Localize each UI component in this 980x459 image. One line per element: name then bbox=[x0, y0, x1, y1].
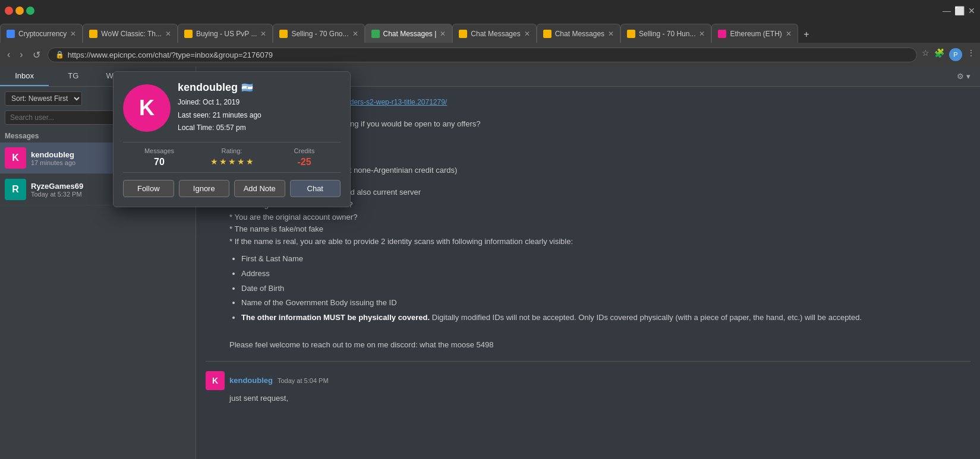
popup-user-info: kendoubleg 🇦🇷 Joined: Oct 1, 2019 Last s… bbox=[178, 81, 341, 135]
new-tab-button[interactable]: + bbox=[798, 26, 815, 43]
address-bar: ‹ › ↺ 🔒 https://www.epicnpc.com/chat/?ty… bbox=[0, 43, 980, 67]
popup-meta: Joined: Oct 1, 2019 Last seen: 21 minute… bbox=[178, 96, 341, 135]
title-bar-left bbox=[5, 7, 34, 15]
popup-joined-value: Oct 1, 2019 bbox=[203, 98, 240, 106]
chat-message-5-header: K kendoubleg Today at 5:04 PM bbox=[206, 371, 970, 390]
popup-local-time-label: Local Time: bbox=[178, 124, 214, 132]
profile-button[interactable]: P bbox=[949, 48, 962, 61]
tab-label-cryptocurrency: Cryptocurrency bbox=[18, 30, 67, 38]
tab-chat-messages-3[interactable]: Chat Messages ✕ bbox=[537, 24, 620, 43]
tab-label-chat-messages-active: Chat Messages | bbox=[383, 30, 437, 38]
tab-favicon-chat-messages-2 bbox=[459, 30, 467, 38]
list-item-name: First & Last Name bbox=[241, 253, 970, 265]
add-note-button[interactable]: Add Note bbox=[234, 180, 285, 197]
tab-selling-70-hun[interactable]: Selling - 70 Hun... ✕ bbox=[620, 24, 711, 43]
popup-star-2: ★ bbox=[219, 157, 227, 166]
tab-favicon-chat-messages-active bbox=[371, 30, 380, 38]
tab-favicon-chat-messages-3 bbox=[543, 30, 552, 38]
forward-button[interactable]: › bbox=[17, 48, 25, 61]
popup-last-seen-value: 21 minutes ago bbox=[213, 111, 261, 119]
follow-button[interactable]: Follow bbox=[123, 180, 174, 197]
restore-icon[interactable]: ⬜ bbox=[954, 6, 965, 15]
tab-cryptocurrency[interactable]: Cryptocurrency ✕ bbox=[0, 24, 83, 43]
tab-close-chat-messages-active[interactable]: ✕ bbox=[440, 30, 446, 38]
popup-stat-credits-value: -25 bbox=[273, 157, 336, 167]
sidebar-tab-tg[interactable]: TG bbox=[49, 67, 97, 86]
tabs-bar: Cryptocurrency ✕ WoW Classic: Th... ✕ Bu… bbox=[0, 21, 980, 43]
user-popup: K kendoubleg 🇦🇷 Joined: Oct 1, 2019 Last… bbox=[113, 71, 351, 207]
tab-chat-messages-active[interactable]: Chat Messages | ✕ bbox=[365, 24, 453, 43]
back-button[interactable]: ‹ bbox=[5, 48, 12, 61]
tab-chat-messages-2[interactable]: Chat Messages ✕ bbox=[452, 24, 536, 43]
tab-close-ethereum[interactable]: ✕ bbox=[786, 30, 792, 38]
popup-stat-messages-label: Messages bbox=[128, 147, 191, 154]
tab-wow-classic[interactable]: WoW Classic: Th... ✕ bbox=[83, 24, 178, 43]
popup-stats: Messages 70 Rating: ★ ★ ★ ★ ★ Credits -2… bbox=[123, 142, 341, 173]
avatar-kendoubleg: K bbox=[5, 147, 26, 169]
popup-joined-label: Joined: bbox=[178, 98, 201, 106]
tab-favicon-selling-70-gno bbox=[279, 30, 288, 38]
list-item-dob: Date of Birth bbox=[241, 283, 970, 295]
popup-stat-rating-label: Rating: bbox=[200, 147, 263, 154]
tab-close-chat-messages-3[interactable]: ✕ bbox=[608, 30, 614, 38]
popup-username-text: kendoubleg bbox=[178, 81, 238, 94]
tab-close-wow-classic[interactable]: ✕ bbox=[165, 30, 171, 38]
tab-favicon-buying-us bbox=[184, 30, 193, 38]
minimize-window-button[interactable] bbox=[15, 7, 24, 15]
tab-ethereum[interactable]: Ethereum (ETH) ✕ bbox=[711, 24, 798, 43]
popup-avatar: K bbox=[123, 84, 171, 132]
address-bar-right: ☆ 🧩 P ⋮ bbox=[922, 48, 975, 61]
popup-last-seen-label: Last seen: bbox=[178, 111, 210, 119]
sidebar-tab-inbox[interactable]: Inbox bbox=[0, 67, 49, 86]
settings-gear[interactable]: ⚙ ▾ bbox=[957, 72, 970, 81]
popup-rating-stars: ★ ★ ★ ★ ★ bbox=[200, 157, 263, 166]
sort-select[interactable]: Sort: Newest First Sort: Oldest First bbox=[5, 91, 82, 106]
chat-sender-5: kendoubleg bbox=[229, 376, 273, 385]
tab-close-selling-70-gno[interactable]: ✕ bbox=[352, 30, 358, 38]
tab-label-selling-70-gno: Selling - 70 Gno... bbox=[291, 30, 348, 38]
tab-close-cryptocurrency[interactable]: ✕ bbox=[70, 30, 76, 38]
popup-stat-messages-value: 70 bbox=[128, 157, 191, 167]
popup-local-time-value: 05:57 pm bbox=[216, 124, 246, 132]
tab-favicon-wow-classic bbox=[89, 30, 97, 38]
close-window-button[interactable] bbox=[5, 7, 13, 15]
tab-label-buying-us: Buying - US PvP ... bbox=[196, 30, 257, 38]
popup-username: kendoubleg 🇦🇷 bbox=[178, 81, 341, 94]
url-bar[interactable]: 🔒 https://www.epicnpc.com/chat/?type=inb… bbox=[48, 48, 917, 62]
ignore-button[interactable]: Ignore bbox=[179, 180, 230, 197]
title-bar: — ⬜ ✕ bbox=[0, 0, 980, 21]
close-icon[interactable]: ✕ bbox=[968, 6, 975, 15]
chat-text-5: just sent request, bbox=[229, 392, 970, 405]
tab-close-chat-messages-2[interactable]: ✕ bbox=[524, 30, 530, 38]
popup-stat-messages: Messages 70 bbox=[123, 143, 196, 172]
tab-selling-70-gno[interactable]: Selling - 70 Gno... ✕ bbox=[273, 24, 364, 43]
tab-label-wow-classic: WoW Classic: Th... bbox=[101, 30, 162, 38]
reload-button[interactable]: ↺ bbox=[30, 48, 43, 62]
menu-icon[interactable]: ⋮ bbox=[967, 48, 975, 61]
url-text: https://www.epicnpc.com/chat/?type=inbox… bbox=[68, 50, 909, 59]
chat-message-4: * The transfer on the mage is up and als… bbox=[206, 186, 970, 352]
tab-buying-us[interactable]: Buying - US PvP ... ✕ bbox=[178, 24, 273, 43]
popup-header: K kendoubleg 🇦🇷 Joined: Oct 1, 2019 Last… bbox=[123, 81, 341, 135]
extensions-icon[interactable]: 🧩 bbox=[934, 48, 944, 61]
lock-icon: 🔒 bbox=[55, 50, 64, 59]
tab-close-buying-us[interactable]: ✕ bbox=[260, 30, 266, 38]
tab-label-selling-70-hun: Selling - 70 Hun... bbox=[639, 30, 695, 38]
popup-stat-credits-label: Credits bbox=[273, 147, 336, 154]
chat-timestamp-5: Today at 5:04 PM bbox=[278, 377, 329, 384]
list-item-covered: The other information MUST be physically… bbox=[241, 312, 970, 324]
popup-stat-credits: Credits -25 bbox=[268, 143, 341, 172]
chat-button[interactable]: Chat bbox=[290, 180, 341, 197]
bookmarks-icon[interactable]: ☆ bbox=[922, 48, 929, 61]
browser-chrome: — ⬜ ✕ Cryptocurrency ✕ WoW Classic: Th..… bbox=[0, 0, 980, 67]
tab-favicon-selling-70-hun bbox=[627, 30, 635, 38]
maximize-window-button[interactable] bbox=[26, 7, 34, 15]
tab-close-selling-70-hun[interactable]: ✕ bbox=[699, 30, 705, 38]
popup-star-1: ★ bbox=[210, 157, 218, 166]
tab-label-chat-messages-3: Chat Messages bbox=[555, 30, 604, 38]
user-popup-overlay: K kendoubleg 🇦🇷 Joined: Oct 1, 2019 Last… bbox=[113, 71, 351, 207]
list-item-address: Address bbox=[241, 268, 970, 280]
chat-message-5: K kendoubleg Today at 5:04 PM just sent … bbox=[206, 361, 970, 405]
minimize-icon[interactable]: — bbox=[943, 6, 951, 15]
tab-favicon-cryptocurrency bbox=[7, 30, 15, 38]
